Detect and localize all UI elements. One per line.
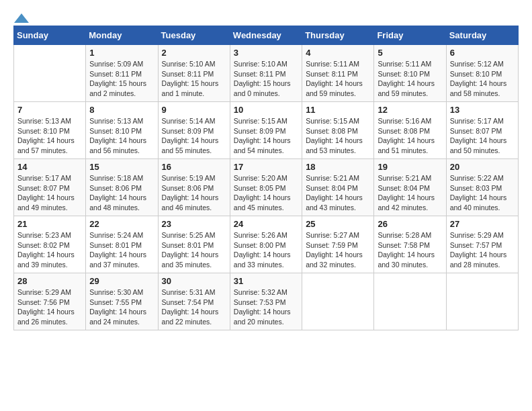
daylight: Daylight: 15 hours and 2 minutes. <box>89 79 146 97</box>
day-info: Sunrise: 5:11 AM Sunset: 8:10 PM Dayligh… <box>378 59 442 99</box>
sunset: Sunset: 8:06 PM <box>162 184 214 192</box>
daylight: Daylight: 14 hours and 59 minutes. <box>378 79 435 97</box>
day-info: Sunrise: 5:23 AM Sunset: 8:02 PM Dayligh… <box>17 230 82 270</box>
calendar-cell: 12 Sunrise: 5:16 AM Sunset: 8:08 PM Dayl… <box>374 102 446 159</box>
calendar-cell: 7 Sunrise: 5:13 AM Sunset: 8:10 PM Dayli… <box>14 102 86 159</box>
sunset: Sunset: 8:11 PM <box>306 70 358 78</box>
day-info: Sunrise: 5:21 AM Sunset: 8:04 PM Dayligh… <box>378 173 442 213</box>
calendar-cell: 18 Sunrise: 5:21 AM Sunset: 8:04 PM Dayl… <box>302 159 374 216</box>
sunset: Sunset: 8:07 PM <box>17 184 70 192</box>
calendar-cell: 24 Sunrise: 5:26 AM Sunset: 8:00 PM Dayl… <box>230 216 302 273</box>
sunset: Sunset: 7:56 PM <box>17 298 70 306</box>
calendar-cell: 4 Sunrise: 5:11 AM Sunset: 8:11 PM Dayli… <box>302 45 374 102</box>
daylight: Daylight: 14 hours and 53 minutes. <box>306 136 363 154</box>
daylight: Daylight: 14 hours and 49 minutes. <box>17 193 75 212</box>
calendar-cell: 23 Sunrise: 5:25 AM Sunset: 8:01 PM Dayl… <box>158 216 230 273</box>
calendar-cell: 19 Sunrise: 5:21 AM Sunset: 8:04 PM Dayl… <box>374 159 446 216</box>
day-info: Sunrise: 5:29 AM Sunset: 7:57 PM Dayligh… <box>450 230 515 270</box>
weekday-row: SundayMondayTuesdayWednesdayThursdayFrid… <box>14 26 519 45</box>
calendar-cell: 10 Sunrise: 5:15 AM Sunset: 8:09 PM Dayl… <box>230 102 302 159</box>
calendar-cell: 31 Sunrise: 5:32 AM Sunset: 7:53 PM Dayl… <box>230 273 302 330</box>
sunrise: Sunrise: 5:17 AM <box>17 174 71 182</box>
day-number: 20 <box>450 162 515 172</box>
weekday-header: Wednesday <box>230 26 302 45</box>
day-info: Sunrise: 5:27 AM Sunset: 7:59 PM Dayligh… <box>306 230 370 270</box>
day-info: Sunrise: 5:19 AM Sunset: 8:06 PM Dayligh… <box>162 173 226 213</box>
day-number: 18 <box>306 162 370 172</box>
day-number: 22 <box>89 219 154 229</box>
day-number: 21 <box>17 219 82 229</box>
day-number: 1 <box>89 48 154 58</box>
calendar-cell: 6 Sunrise: 5:12 AM Sunset: 8:10 PM Dayli… <box>446 45 518 102</box>
sunrise: Sunrise: 5:19 AM <box>162 174 216 182</box>
day-number: 9 <box>162 105 226 115</box>
sunrise: Sunrise: 5:22 AM <box>450 174 504 182</box>
weekday-header: Sunday <box>14 26 86 45</box>
sunset: Sunset: 8:04 PM <box>306 184 358 192</box>
day-number: 30 <box>162 276 226 286</box>
calendar-cell: 13 Sunrise: 5:17 AM Sunset: 8:07 PM Dayl… <box>446 102 518 159</box>
svg-marker-0 <box>14 13 29 23</box>
sunrise: Sunrise: 5:21 AM <box>306 174 359 182</box>
day-info: Sunrise: 5:28 AM Sunset: 7:58 PM Dayligh… <box>378 230 442 270</box>
sunset: Sunset: 8:08 PM <box>306 127 358 135</box>
sunrise: Sunrise: 5:27 AM <box>306 231 359 239</box>
page-header <box>13 13 519 19</box>
sunrise: Sunrise: 5:15 AM <box>234 117 287 125</box>
daylight: Daylight: 15 hours and 1 minute. <box>162 79 219 97</box>
calendar-header: SundayMondayTuesdayWednesdayThursdayFrid… <box>14 26 519 45</box>
sunset: Sunset: 8:02 PM <box>17 241 70 249</box>
daylight: Daylight: 14 hours and 35 minutes. <box>162 250 219 269</box>
sunrise: Sunrise: 5:29 AM <box>17 288 71 296</box>
calendar-cell: 16 Sunrise: 5:19 AM Sunset: 8:06 PM Dayl… <box>158 159 230 216</box>
day-number: 24 <box>234 219 298 229</box>
calendar-cell: 14 Sunrise: 5:17 AM Sunset: 8:07 PM Dayl… <box>14 159 86 216</box>
sunset: Sunset: 8:11 PM <box>234 70 286 78</box>
day-number: 10 <box>234 105 298 115</box>
calendar-cell: 17 Sunrise: 5:20 AM Sunset: 8:05 PM Dayl… <box>230 159 302 216</box>
day-info: Sunrise: 5:17 AM Sunset: 8:07 PM Dayligh… <box>17 173 82 213</box>
sunset: Sunset: 7:53 PM <box>234 298 286 306</box>
day-info: Sunrise: 5:29 AM Sunset: 7:56 PM Dayligh… <box>17 287 82 327</box>
day-number: 15 <box>89 162 154 172</box>
day-number: 28 <box>17 276 82 286</box>
day-number: 16 <box>162 162 226 172</box>
day-number: 6 <box>450 48 515 58</box>
calendar-cell: 3 Sunrise: 5:10 AM Sunset: 8:11 PM Dayli… <box>230 45 302 102</box>
daylight: Daylight: 14 hours and 42 minutes. <box>378 193 435 212</box>
sunrise: Sunrise: 5:28 AM <box>378 231 431 239</box>
sunrise: Sunrise: 5:26 AM <box>234 231 287 239</box>
sunset: Sunset: 8:10 PM <box>17 127 70 135</box>
weekday-header: Monday <box>86 26 158 45</box>
calendar-cell <box>374 273 446 330</box>
daylight: Daylight: 14 hours and 37 minutes. <box>89 250 146 269</box>
sunrise: Sunrise: 5:15 AM <box>306 117 359 125</box>
calendar-table: SundayMondayTuesdayWednesdayThursdayFrid… <box>13 26 519 330</box>
calendar-cell: 20 Sunrise: 5:22 AM Sunset: 8:03 PM Dayl… <box>446 159 518 216</box>
weekday-header: Friday <box>374 26 446 45</box>
weekday-header: Thursday <box>302 26 374 45</box>
day-info: Sunrise: 5:17 AM Sunset: 8:07 PM Dayligh… <box>450 116 515 156</box>
calendar-cell: 30 Sunrise: 5:31 AM Sunset: 7:54 PM Dayl… <box>158 273 230 330</box>
daylight: Daylight: 14 hours and 48 minutes. <box>89 193 146 212</box>
day-info: Sunrise: 5:26 AM Sunset: 8:00 PM Dayligh… <box>234 230 298 270</box>
day-number: 4 <box>306 48 370 58</box>
day-number: 13 <box>450 105 515 115</box>
logo <box>13 13 30 19</box>
calendar-cell: 28 Sunrise: 5:29 AM Sunset: 7:56 PM Dayl… <box>14 273 86 330</box>
calendar-cell: 15 Sunrise: 5:18 AM Sunset: 8:06 PM Dayl… <box>86 159 158 216</box>
daylight: Daylight: 14 hours and 57 minutes. <box>17 136 75 154</box>
calendar-week-row: 21 Sunrise: 5:23 AM Sunset: 8:02 PM Dayl… <box>14 216 519 273</box>
calendar-cell: 26 Sunrise: 5:28 AM Sunset: 7:58 PM Dayl… <box>374 216 446 273</box>
day-info: Sunrise: 5:10 AM Sunset: 8:11 PM Dayligh… <box>234 59 298 99</box>
day-info: Sunrise: 5:11 AM Sunset: 8:11 PM Dayligh… <box>306 59 370 99</box>
sunset: Sunset: 7:57 PM <box>450 241 502 249</box>
day-number: 14 <box>17 162 82 172</box>
calendar-cell: 25 Sunrise: 5:27 AM Sunset: 7:59 PM Dayl… <box>302 216 374 273</box>
sunrise: Sunrise: 5:18 AM <box>89 174 143 182</box>
calendar-cell: 21 Sunrise: 5:23 AM Sunset: 8:02 PM Dayl… <box>14 216 86 273</box>
sunrise: Sunrise: 5:16 AM <box>378 117 431 125</box>
day-number: 5 <box>378 48 442 58</box>
daylight: Daylight: 14 hours and 46 minutes. <box>162 193 219 212</box>
calendar-body: 1 Sunrise: 5:09 AM Sunset: 8:11 PM Dayli… <box>14 45 519 330</box>
